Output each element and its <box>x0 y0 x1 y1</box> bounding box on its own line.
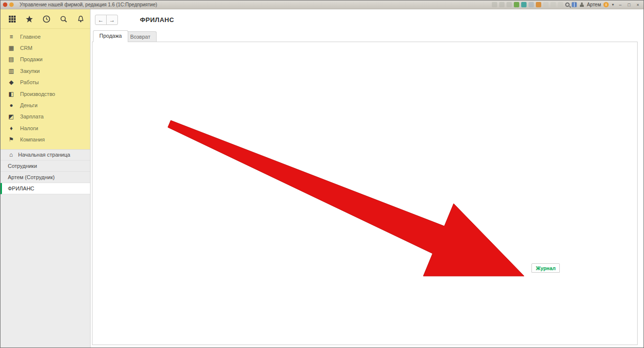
sidebar-nav-фриланс[interactable]: ФРИЛАНС <box>0 183 90 194</box>
main-icon: ≡ <box>8 34 15 40</box>
sidebar-navigation: ⌂Начальная страницаСотрудникиАртем (Сотр… <box>0 149 90 194</box>
sidebar-nav-label: Сотрудники <box>8 163 37 169</box>
sidebar-item-label: Производство <box>20 91 55 97</box>
crm-icon: ▦ <box>8 45 15 51</box>
page-title: ФРИЛАНС <box>140 16 174 23</box>
sidebar-nav-артем-сотрудник-[interactable]: Артем (Сотрудник) <box>0 172 90 183</box>
sidebar-nav-label: Начальная страница <box>18 152 70 158</box>
purchases-icon: ▥ <box>8 68 15 74</box>
tab-sale[interactable]: Продажа <box>93 30 128 42</box>
works-icon: ◆ <box>8 79 15 85</box>
search-icon[interactable] <box>60 15 68 23</box>
sidebar-item-label: Налоги <box>20 125 38 131</box>
m-minus-icon[interactable] <box>551 2 556 7</box>
sidebar-item-taxes[interactable]: ♦Налоги <box>0 122 90 134</box>
tab-journal[interactable]: Журнал <box>531 263 560 273</box>
app-logo-secondary-icon <box>9 2 14 7</box>
salary-icon: ◩ <box>8 114 15 119</box>
sidebar-item-works[interactable]: ◆Работы <box>0 77 90 88</box>
sidebar-item-label: Зарплата <box>20 114 44 119</box>
sidebar-item-label: Компания <box>20 137 45 142</box>
notifications-bell-icon[interactable] <box>77 15 85 23</box>
money-icon: ● <box>8 102 15 108</box>
title-bar: Управление нашей фирмой, редакция 1.6 (1… <box>0 0 644 9</box>
m-plus-icon[interactable] <box>543 2 549 7</box>
sidebar-item-label: Деньги <box>20 102 38 108</box>
sidebar-item-label: CRM <box>20 45 32 51</box>
company-icon: ⚑ <box>8 137 15 142</box>
sidebar-item-production[interactable]: ◧Производство <box>0 88 90 99</box>
current-user-label: Артем <box>587 2 601 7</box>
back-button[interactable]: ← <box>95 15 107 25</box>
production-icon: ◧ <box>8 91 15 97</box>
app-logo-icon <box>3 2 7 7</box>
info-icon[interactable]: i <box>603 2 609 7</box>
chevron-down-icon[interactable]: ▼ <box>611 3 615 6</box>
restore-button[interactable]: □ <box>626 2 632 7</box>
sidebar-item-main[interactable]: ≡Главное <box>0 31 90 42</box>
sidebar-item-money[interactable]: ●Деньги <box>0 99 90 111</box>
user-icon <box>579 2 584 7</box>
sidebar-item-label: Закупки <box>20 68 40 74</box>
sidebar: ≡Главное▦CRM▤Продажи▥Закупки◆Работы◧Прои… <box>0 9 91 348</box>
columns-icon[interactable] <box>572 2 577 7</box>
sidebar-nav-label: Артем (Сотрудник) <box>8 174 55 180</box>
tab-return[interactable]: Возврат <box>124 31 157 42</box>
history-clock-icon[interactable] <box>43 15 50 23</box>
favorites-star-icon[interactable] <box>25 15 33 23</box>
application-window: Управление нашей фирмой, редакция 1.6 (1… <box>0 0 644 348</box>
sidebar-panel-icons <box>0 9 90 29</box>
sidebar-item-label: Работы <box>20 79 39 85</box>
home-icon: ⌂ <box>8 151 14 158</box>
sidebar-item-label: Продажи <box>20 56 43 62</box>
print-icon[interactable] <box>499 2 505 7</box>
sidebar-item-label: Главное <box>20 34 41 40</box>
compare-icon[interactable] <box>529 2 534 7</box>
titlebar-tray: Артем i ▼ – □ × <box>492 2 641 7</box>
taxes-icon: ♦ <box>8 125 15 131</box>
main-panel <box>92 42 638 345</box>
tray-icons <box>492 2 577 7</box>
sidebar-nav-начальная-страница[interactable]: ⌂Начальная страница <box>0 149 90 161</box>
sidebar-nav-label: ФРИЛАНС <box>8 186 34 191</box>
calculator-icon[interactable] <box>521 2 527 7</box>
m-recall-icon[interactable] <box>558 2 563 7</box>
menu-grid-icon[interactable] <box>8 15 16 23</box>
close-button[interactable]: × <box>635 2 641 7</box>
sidebar-item-purchases[interactable]: ▥Закупки <box>0 65 90 76</box>
sidebar-nav-сотрудники[interactable]: Сотрудники <box>0 161 90 172</box>
minimize-button[interactable]: – <box>617 2 623 7</box>
sidebar-item-salary[interactable]: ◩Зарплата <box>0 111 90 122</box>
search-icon[interactable] <box>565 2 570 7</box>
sidebar-item-company[interactable]: ⚑Компания <box>0 134 90 145</box>
sidebar-sections: ≡Главное▦CRM▤Продажи▥Закупки◆Работы◧Прои… <box>0 29 90 149</box>
sales-icon: ▤ <box>8 56 15 62</box>
sidebar-item-sales[interactable]: ▤Продажи <box>0 54 90 65</box>
sidebar-item-crm[interactable]: ▦CRM <box>0 42 90 53</box>
calendar-icon[interactable] <box>514 2 519 7</box>
preview-icon[interactable] <box>506 2 512 7</box>
window-icon[interactable] <box>536 2 541 7</box>
save-icon[interactable] <box>492 2 497 7</box>
window-title: Управление нашей фирмой, редакция 1.6 (1… <box>20 2 157 7</box>
forward-button[interactable]: → <box>106 15 118 25</box>
